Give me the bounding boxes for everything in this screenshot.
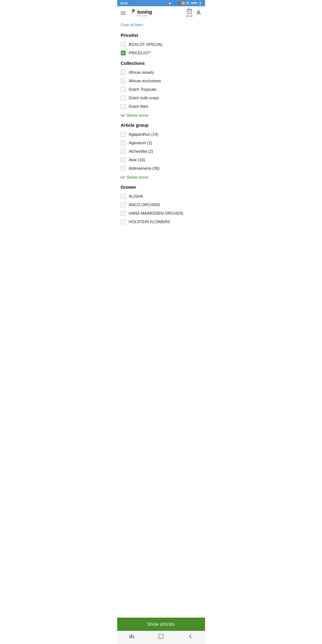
user-button[interactable] bbox=[196, 10, 202, 16]
signal-icon: 📡 bbox=[186, 2, 190, 5]
article-group-alchemilla-label: Alchemilla (2) bbox=[129, 149, 153, 154]
article-group-show-more[interactable]: ❯ Show more bbox=[121, 173, 202, 181]
spotify-icon: 🎵 bbox=[129, 2, 132, 5]
grower-holstein-flowers-label: HOLSTEIN FLOWERS bbox=[129, 220, 170, 224]
grower-alisha-item[interactable]: ALISHA bbox=[121, 192, 202, 200]
status-left: 16:35 🎵 bbox=[120, 2, 132, 5]
pricelist-pricelist-checkbox[interactable] bbox=[121, 50, 126, 56]
logo[interactable]: tuning EST. 1921 bbox=[128, 9, 152, 17]
svg-rect-7 bbox=[131, 634, 132, 638]
show-articles-button[interactable]: Show articles bbox=[117, 618, 205, 631]
grower-anco-orchids-checkbox[interactable] bbox=[121, 202, 126, 207]
collections-dutch-bulb-crops-checkbox[interactable] bbox=[121, 96, 126, 100]
status-right: ⏰ 🔷 🔇 📶 📡 100% 🔋 bbox=[168, 2, 202, 5]
article-group-aloe-item[interactable]: Aloe (16) bbox=[121, 156, 202, 164]
article-group-alstroemeria-label: Alstroemeria (38) bbox=[129, 166, 160, 171]
alarm-icon: ⏰ bbox=[168, 2, 172, 5]
collections-show-more[interactable]: ❯ Show more bbox=[121, 111, 202, 119]
pricelist-boxlot-checkbox[interactable] bbox=[121, 42, 126, 47]
pricelist-boxlot-label: BOXLOT SPECIAL bbox=[129, 42, 163, 47]
content-area: Clear all filters Pricelist BOXLOT SPECI… bbox=[117, 20, 205, 618]
article-group-ageratum-checkbox[interactable] bbox=[121, 140, 126, 145]
pricelist-boxlot-item[interactable]: BOXLOT SPECIAL bbox=[121, 40, 202, 49]
collections-show-more-chevron-icon: ❯ bbox=[120, 114, 125, 117]
clear-filters-link[interactable]: Clear all filters bbox=[121, 20, 202, 29]
article-group-agapanthus-checkbox[interactable] bbox=[121, 132, 126, 137]
grower-hans-maarssen-checkbox[interactable] bbox=[121, 211, 126, 216]
article-group-alstroemeria-item[interactable]: Alstroemeria (38) bbox=[121, 164, 202, 173]
nav-home-icon[interactable] bbox=[158, 633, 164, 641]
user-icon bbox=[196, 10, 202, 16]
collections-african-exclusives-item[interactable]: African exclusives bbox=[121, 77, 202, 85]
mute-icon: 🔇 bbox=[177, 2, 180, 5]
article-group-show-more-label: Show more bbox=[127, 175, 148, 180]
collections-dutch-lilies-label: Dutch lilies bbox=[129, 104, 148, 109]
nav-recents-icon[interactable] bbox=[128, 633, 135, 641]
grower-holstein-flowers-checkbox[interactable] bbox=[121, 219, 126, 224]
bluetooth-icon: 🔷 bbox=[173, 2, 176, 5]
article-group-agapanthus-label: Agapanthus (14) bbox=[129, 132, 158, 137]
article-group-show-more-chevron-icon: ❯ bbox=[120, 176, 125, 179]
article-group-agapanthus-item[interactable]: Agapanthus (14) bbox=[121, 130, 202, 139]
hamburger-menu[interactable] bbox=[121, 12, 126, 14]
nav-back-icon[interactable] bbox=[187, 633, 194, 641]
grower-section: Grower ALISHA ANCO ORCHIDS HANS MAARSSEN… bbox=[121, 181, 202, 226]
article-group-section-title: Article group bbox=[121, 119, 202, 130]
collections-dutch-bulb-crops-label: Dutch bulb crops bbox=[129, 96, 159, 100]
cart-button[interactable]: $0.00 bbox=[186, 8, 192, 18]
status-bar: 16:35 🎵 ⏰ 🔷 🔇 📶 📡 100% 🔋 bbox=[117, 0, 205, 6]
grower-alisha-checkbox[interactable] bbox=[121, 194, 126, 199]
grower-hans-maarssen-item[interactable]: HANS MAARSSEN ORCHIDS bbox=[121, 209, 202, 218]
header-right: $0.00 bbox=[186, 8, 202, 18]
cart-price: $0.00 bbox=[186, 15, 192, 18]
article-group-alchemilla-checkbox[interactable] bbox=[121, 149, 126, 154]
logo-name: tuning bbox=[137, 9, 152, 15]
article-group-ageratum-item[interactable]: Ageratum (2) bbox=[121, 139, 202, 147]
article-group-aloe-label: Aloe (16) bbox=[129, 158, 145, 162]
logo-icon bbox=[128, 9, 137, 17]
article-group-aloe-checkbox[interactable] bbox=[121, 158, 126, 162]
pricelist-section: Pricelist BOXLOT SPECIAL PRICELIST* bbox=[121, 29, 202, 57]
svg-rect-9 bbox=[159, 634, 163, 639]
pricelist-section-title: Pricelist bbox=[121, 29, 202, 40]
article-group-section: Article group Agapanthus (14) Ageratum (… bbox=[121, 119, 202, 181]
grower-hans-maarssen-label: HANS MAARSSEN ORCHIDS bbox=[129, 211, 183, 216]
svg-rect-6 bbox=[130, 635, 130, 638]
svg-rect-8 bbox=[133, 636, 134, 638]
grower-alisha-label: ALISHA bbox=[129, 194, 143, 199]
pricelist-pricelist-item[interactable]: PRICELIST* bbox=[121, 49, 202, 57]
pricelist-pricelist-label: PRICELIST* bbox=[129, 51, 151, 56]
collections-show-more-label: Show more bbox=[127, 113, 148, 118]
collections-dutch-tropicals-checkbox[interactable] bbox=[121, 87, 126, 92]
collections-dutch-tropicals-label: Dutch Tropicals bbox=[129, 87, 156, 92]
grower-section-title: Grower bbox=[121, 181, 202, 192]
svg-rect-3 bbox=[132, 12, 133, 14]
cart-icon bbox=[186, 8, 192, 14]
svg-point-5 bbox=[198, 10, 200, 12]
collections-dutch-lilies-item[interactable]: Dutch lilies bbox=[121, 102, 202, 111]
collections-dutch-bulb-crops-item[interactable]: Dutch bulb crops bbox=[121, 94, 202, 102]
collections-section: Collections African assets African exclu… bbox=[121, 57, 202, 119]
collections-african-assets-label: African assets bbox=[129, 70, 154, 75]
wifi-icon: 📶 bbox=[182, 2, 185, 5]
collections-african-assets-checkbox[interactable] bbox=[121, 70, 126, 75]
collections-section-title: Collections bbox=[121, 57, 202, 68]
grower-anco-orchids-item[interactable]: ANCO ORCHIDS bbox=[121, 200, 202, 209]
app-header: tuning EST. 1921 $0.00 bbox=[117, 6, 205, 20]
battery-icon: 🔋 bbox=[198, 2, 202, 5]
collections-african-exclusives-checkbox[interactable] bbox=[121, 78, 126, 84]
collections-dutch-lilies-checkbox[interactable] bbox=[121, 104, 126, 109]
collections-african-exclusives-label: African exclusives bbox=[129, 79, 161, 84]
time-display: 16:35 bbox=[120, 2, 128, 5]
article-group-alchemilla-item[interactable]: Alchemilla (2) bbox=[121, 147, 202, 156]
collections-african-assets-item[interactable]: African assets bbox=[121, 68, 202, 77]
bottom-nav-bar bbox=[117, 631, 205, 644]
article-group-ageratum-label: Ageratum (2) bbox=[129, 141, 152, 145]
collections-dutch-tropicals-item[interactable]: Dutch Tropicals bbox=[121, 85, 202, 94]
article-group-alstroemeria-checkbox[interactable] bbox=[121, 166, 126, 171]
grower-anco-orchids-label: ANCO ORCHIDS bbox=[129, 202, 160, 207]
battery-display: 100% bbox=[190, 2, 198, 5]
header-left: tuning EST. 1921 bbox=[121, 9, 152, 17]
grower-holstein-flowers-item[interactable]: HOLSTEIN FLOWERS bbox=[121, 218, 202, 226]
